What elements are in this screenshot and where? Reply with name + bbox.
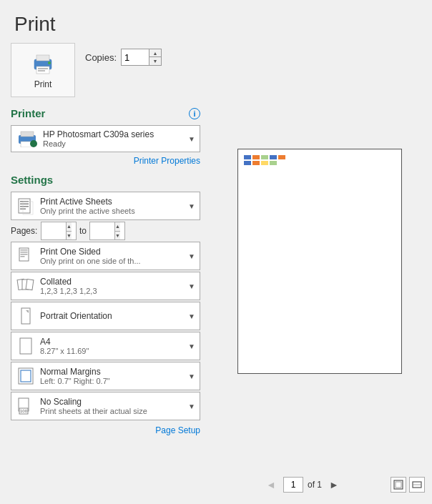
svg-rect-16	[21, 249, 28, 251]
pages-from-input-wrap[interactable]: ▲ ▼	[41, 222, 77, 240]
printer-properties-link-wrap: Printer Properties	[11, 154, 200, 167]
fit-page-btn[interactable]	[391, 477, 406, 493]
pages-to-up[interactable]: ▲	[115, 222, 120, 232]
printer-icon	[16, 129, 39, 149]
printer-section: Printer i HP Photosmart C309a series Rea…	[11, 107, 200, 167]
pages-label: Pages:	[11, 226, 38, 236]
copies-down-btn[interactable]: ▼	[149, 57, 161, 65]
scaling-icon: 100	[16, 396, 36, 416]
svg-rect-4	[38, 70, 45, 71]
nav-area: ◄ of 1 ►	[215, 473, 425, 497]
setting-name-1: Print One Sided	[40, 247, 184, 257]
print-button[interactable]: Print	[11, 43, 75, 97]
pages-to-down[interactable]: ▼	[115, 232, 120, 240]
prev-page-btn[interactable]: ◄	[263, 478, 279, 492]
page-setup-link-wrap: Page Setup	[11, 423, 200, 436]
setting-collated[interactable]: Collated 1,2,3 1,2,3 1,2,3 ▼	[11, 272, 200, 300]
printer-dropdown[interactable]: HP Photosmart C309a series Ready ▼	[11, 125, 200, 152]
setting-arrow-3: ▼	[188, 312, 195, 320]
pages-to-input-wrap[interactable]: ▲ ▼	[89, 222, 125, 240]
setting-arrow-1: ▼	[188, 252, 195, 260]
preview-area	[215, 50, 425, 473]
setting-text-paper: A4 8.27" x 11.69"	[40, 337, 184, 355]
settings-section: Settings Print Active Sheets Only prin	[11, 174, 200, 420]
print-label: Print	[34, 79, 52, 89]
paper-icon	[16, 336, 36, 356]
copies-input[interactable]	[122, 49, 149, 65]
onesided-icon	[16, 246, 36, 266]
setting-arrow-6: ▼	[188, 402, 195, 410]
copies-up-btn[interactable]: ▲	[149, 49, 161, 57]
setting-arrow-2: ▼	[188, 282, 195, 290]
svg-rect-1	[36, 55, 49, 61]
printer-dropdown-arrow: ▼	[188, 135, 195, 143]
setting-name-0: Print Active Sheets	[40, 197, 184, 207]
page-setup-link[interactable]: Page Setup	[155, 425, 200, 435]
setting-scaling[interactable]: 100 No Scaling Print sheets at their act…	[11, 392, 200, 420]
printer-header: Printer i	[11, 107, 200, 119]
setting-desc-4: 8.27" x 11.69"	[40, 347, 154, 355]
setting-arrow-0: ▼	[188, 202, 195, 210]
svg-rect-12	[20, 206, 29, 207]
copies-spin-btns: ▲ ▼	[149, 49, 161, 65]
setting-text-onesided: Print One Sided Only print on one side o…	[40, 247, 184, 265]
svg-text:100: 100	[20, 409, 28, 413]
setting-desc-5: Left: 0.7" Right: 0.7"	[40, 377, 154, 385]
next-page-btn[interactable]: ►	[326, 478, 342, 492]
setting-name-2: Collated	[40, 277, 184, 287]
printer-properties-link[interactable]: Printer Properties	[134, 156, 200, 166]
margins-icon	[16, 366, 36, 386]
printer-name: HP Photosmart C309a series	[43, 129, 184, 139]
ready-dot	[30, 140, 37, 147]
pages-to-input[interactable]	[90, 222, 114, 239]
svg-rect-3	[38, 68, 48, 69]
setting-name-6: No Scaling	[40, 397, 184, 407]
sheets-icon	[16, 196, 36, 216]
setting-text-portrait: Portrait Orientation	[40, 311, 184, 321]
page-of-label: of 1	[308, 480, 322, 490]
setting-one-sided[interactable]: Print One Sided Only print on one side o…	[11, 242, 200, 270]
pages-from-input[interactable]	[41, 222, 66, 239]
svg-rect-17	[21, 252, 28, 253]
setting-desc-6: Print sheets at their actual size	[40, 407, 154, 415]
fit-width-icon	[412, 480, 422, 490]
left-panel: Print Copies: ▲ ▼ Printer i	[0, 43, 207, 504]
setting-name-3: Portrait Orientation	[40, 311, 184, 321]
setting-desc-0: Only print the active sheets	[40, 207, 154, 215]
svg-point-5	[48, 61, 51, 64]
printer-status: Ready	[43, 139, 184, 148]
preview-nav: ◄ of 1 ►	[215, 473, 391, 497]
pages-from-down[interactable]: ▼	[67, 232, 72, 240]
right-panel: ◄ of 1 ►	[207, 43, 432, 504]
spreadsheet-preview	[244, 155, 401, 167]
setting-print-active-sheets[interactable]: Print Active Sheets Only print the activ…	[11, 192, 200, 220]
setting-text-scaling: No Scaling Print sheets at their actual …	[40, 397, 184, 415]
to-label: to	[79, 226, 87, 236]
preview-icons	[391, 477, 425, 493]
info-icon[interactable]: i	[189, 108, 200, 119]
pages-from-up[interactable]: ▲	[67, 222, 72, 232]
fit-width-btn[interactable]	[409, 477, 425, 493]
svg-rect-25	[20, 338, 31, 354]
fit-page-icon	[393, 480, 403, 490]
svg-rect-32	[396, 482, 401, 488]
setting-text-margins: Normal Margins Left: 0.7" Right: 0.7"	[40, 367, 184, 385]
print-icon	[30, 51, 56, 76]
setting-paper-size[interactable]: A4 8.27" x 11.69" ▼	[11, 332, 200, 360]
setting-arrow-5: ▼	[188, 372, 195, 380]
settings-header: Settings	[11, 174, 200, 186]
copies-spinner[interactable]: ▲ ▼	[121, 49, 162, 66]
page-title: Print	[0, 0, 432, 43]
pages-from-spin: ▲ ▼	[66, 222, 72, 239]
pages-to-spin: ▲ ▼	[114, 222, 120, 239]
setting-margins[interactable]: Normal Margins Left: 0.7" Right: 0.7" ▼	[11, 362, 200, 390]
setting-text-print-active: Print Active Sheets Only print the activ…	[40, 197, 184, 215]
setting-desc-2: 1,2,3 1,2,3 1,2,3	[40, 287, 154, 295]
setting-name-4: A4	[40, 337, 184, 347]
svg-rect-18	[21, 254, 28, 255]
current-page-input[interactable]	[283, 477, 303, 493]
pages-row: Pages: ▲ ▼ to ▲ ▼	[11, 222, 200, 240]
print-section: Print Copies: ▲ ▼	[11, 43, 200, 97]
setting-portrait[interactable]: Portrait Orientation ▼	[11, 302, 200, 330]
preview-page	[237, 149, 402, 374]
